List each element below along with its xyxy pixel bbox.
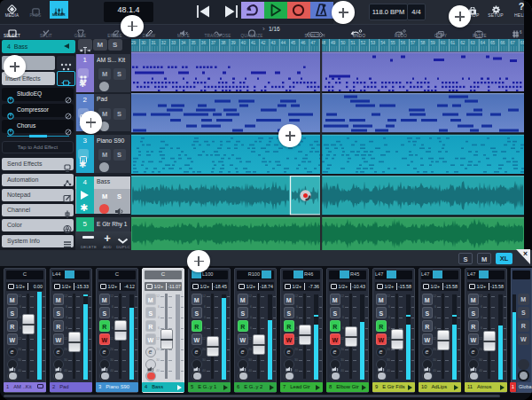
- svg-text:64: 64: [481, 41, 486, 45]
- svg-text:63: 63: [471, 41, 476, 45]
- svg-text:43: 43: [271, 41, 277, 45]
- svg-text:60: 60: [441, 41, 446, 45]
- svg-text:42: 42: [261, 41, 266, 45]
- svg-text:52: 52: [361, 41, 366, 45]
- svg-text:66: 66: [500, 41, 505, 45]
- svg-text:53: 53: [371, 41, 376, 45]
- svg-text:49: 49: [331, 41, 336, 45]
- svg-text:47: 47: [311, 41, 317, 45]
- svg-text:51: 51: [351, 41, 356, 45]
- svg-text:67: 67: [511, 41, 516, 45]
- svg-text:38: 38: [221, 41, 226, 45]
- svg-text:36: 36: [201, 41, 207, 45]
- svg-text:40: 40: [241, 41, 246, 45]
- svg-text:58: 58: [420, 41, 426, 45]
- svg-text:59: 59: [431, 41, 436, 45]
- svg-text:55: 55: [391, 41, 396, 45]
- svg-text:56: 56: [401, 41, 406, 45]
- svg-text:33: 33: [171, 41, 176, 45]
- svg-text:46: 46: [301, 41, 306, 45]
- svg-text:57: 57: [411, 41, 416, 45]
- svg-text:31: 31: [152, 41, 157, 45]
- svg-text:32: 32: [161, 41, 167, 45]
- svg-text:37: 37: [211, 41, 216, 45]
- svg-text:35: 35: [192, 41, 197, 45]
- svg-text:41: 41: [251, 41, 256, 45]
- svg-text:45: 45: [291, 41, 296, 45]
- svg-text:39: 39: [231, 41, 237, 45]
- svg-text:54: 54: [380, 41, 386, 45]
- svg-text:29: 29: [131, 41, 137, 45]
- svg-text:34: 34: [181, 41, 186, 45]
- svg-text:44: 44: [281, 41, 286, 45]
- svg-text:50: 50: [340, 41, 346, 45]
- svg-text:61: 61: [450, 41, 456, 45]
- svg-text:30: 30: [141, 41, 146, 45]
- svg-text:65: 65: [490, 41, 496, 45]
- svg-text:62: 62: [460, 41, 466, 45]
